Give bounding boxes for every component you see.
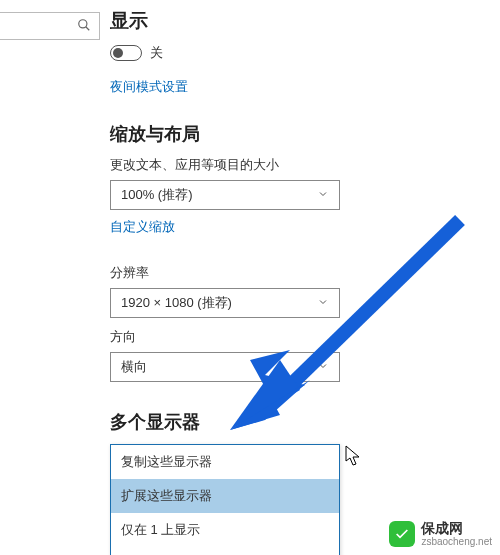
- scale-heading: 缩放与布局: [110, 122, 490, 146]
- night-mode-settings-link[interactable]: 夜间模式设置: [110, 78, 188, 96]
- svg-line-1: [86, 26, 90, 30]
- scale-dropdown[interactable]: 100% (推荐): [110, 180, 340, 210]
- resolution-dropdown-value: 1920 × 1080 (推荐): [121, 294, 232, 312]
- multi-display-option-only-1[interactable]: 仅在 1 上显示: [111, 513, 339, 547]
- watermark-logo-icon: [389, 521, 415, 547]
- search-icon: [77, 18, 91, 35]
- resolution-dropdown[interactable]: 1920 × 1080 (推荐): [110, 288, 340, 318]
- watermark: 保成网 zsbaocheng.net: [389, 521, 492, 547]
- multi-display-option-extend[interactable]: 扩展这些显示器: [111, 479, 339, 513]
- orientation-dropdown-value: 横向: [121, 358, 147, 376]
- scale-dropdown-value: 100% (推荐): [121, 186, 193, 204]
- multi-display-heading: 多个显示器: [110, 410, 490, 434]
- watermark-brand: 保成网: [421, 521, 492, 536]
- chevron-down-icon: [317, 296, 329, 311]
- night-mode-toggle[interactable]: [110, 45, 142, 61]
- scale-label: 更改文本、应用等项目的大小: [110, 156, 490, 174]
- chevron-down-icon: [317, 360, 329, 375]
- multi-display-option-duplicate[interactable]: 复制这些显示器: [111, 445, 339, 479]
- orientation-dropdown[interactable]: 横向: [110, 352, 340, 382]
- multi-display-dropdown-open[interactable]: 复制这些显示器 扩展这些显示器 仅在 1 上显示 仅在 2 上显示: [110, 444, 340, 555]
- multi-display-option-only-2[interactable]: 仅在 2 上显示: [111, 547, 339, 555]
- chevron-down-icon: [317, 188, 329, 203]
- custom-scale-link[interactable]: 自定义缩放: [110, 218, 175, 236]
- display-heading: 显示: [110, 8, 490, 34]
- orientation-label: 方向: [110, 328, 490, 346]
- search-input[interactable]: [0, 12, 100, 40]
- toggle-state-label: 关: [150, 44, 163, 62]
- resolution-label: 分辨率: [110, 264, 490, 282]
- svg-point-0: [79, 19, 87, 27]
- watermark-url: zsbaocheng.net: [421, 536, 492, 547]
